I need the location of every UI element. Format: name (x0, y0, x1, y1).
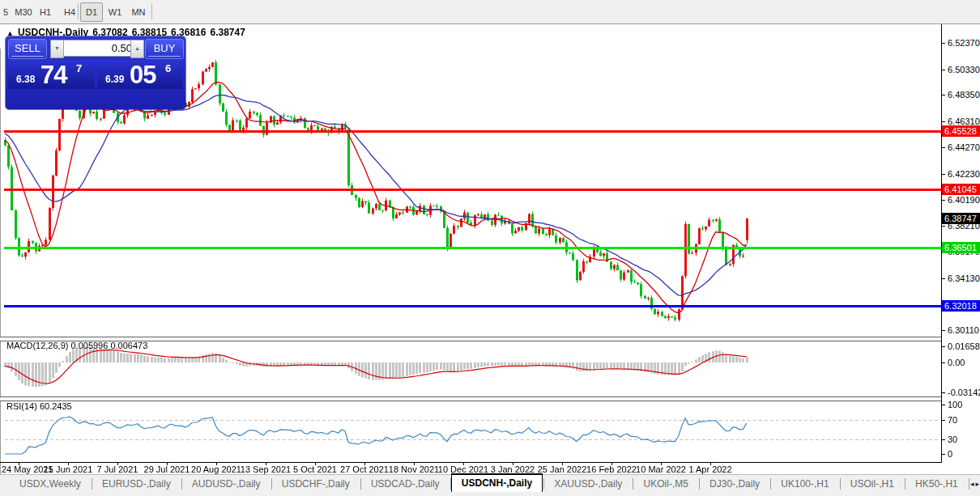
sell-button[interactable]: SELL (8, 39, 47, 59)
symbol-tab-eurusd-[interactable]: EURUSD-,Daily (92, 476, 181, 492)
pane-separator-rsi[interactable] (0, 396, 941, 401)
date-axis-label[interactable]: 13 Sep 2021 (241, 464, 291, 474)
ohlc-close: 6.38747 (210, 27, 245, 38)
date-axis-label[interactable]: 29 Jul 2021 (144, 464, 190, 474)
price-axis-label: 6.52370 (948, 38, 980, 48)
date-axis-label[interactable]: 7 Jul 2021 (97, 464, 138, 474)
buy-price-big: 05 (130, 61, 156, 90)
symbol-tab-xauusd-[interactable]: XAUUSD-,Daily (544, 476, 632, 492)
price-badge-support: 6.32018 (942, 300, 980, 312)
sell-price-small: 6.38 (16, 74, 35, 85)
price-axis-label: 6.48350 (948, 90, 980, 100)
horizontal-level-line-6.41045[interactable] (4, 189, 941, 191)
timeframe-button-w1[interactable]: W1 (104, 2, 126, 22)
macd-axis-label: -0.031421 (948, 388, 980, 397)
price-axis-tick (941, 70, 945, 70)
sell-price-big: 74 (40, 61, 66, 90)
symbol-tab-usoil-[interactable]: USOil-,H1 (841, 476, 904, 492)
price-badge-last-price: 6.38747 (942, 213, 980, 224)
timeframe-button-mn[interactable]: MN (127, 2, 150, 22)
volume-increase-button[interactable]: ▲ (130, 40, 144, 58)
rsi-axis-label: 100 (948, 400, 962, 409)
volume-input[interactable] (63, 40, 138, 57)
timeframe-toolbar: 5M30H1H4D1W1MN (0, 0, 980, 24)
mt4-window: 5M30H1H4D1W1MN ▲USDCNH-,Daily6.370826.38… (0, 0, 980, 496)
symbol-tab-usdcad-[interactable]: USDCAD-,Daily (361, 476, 450, 492)
rsi-axis-label: 0 (948, 449, 952, 459)
macd-axis-label: 0.00 (948, 358, 965, 367)
rsi-axis-tick (941, 405, 945, 405)
tab-scroll-left-icon[interactable]: ◂ (970, 477, 974, 490)
sell-price-button[interactable]: 6.38 74 7 (8, 60, 95, 89)
timeframe-button-h1[interactable]: H1 (36, 2, 55, 22)
price-axis-tick (941, 330, 945, 331)
rsi-label: RSI(14) 60.2435 (6, 401, 72, 411)
symbol-tab-ukoil-[interactable]: UKOil-,M5 (634, 476, 698, 492)
price-axis-tick (941, 174, 945, 175)
price-badge-resistance: 6.45528 (942, 125, 980, 137)
date-axis-label[interactable]: 10 Mar 2022 (636, 464, 686, 474)
chart-window: ▲USDCNH-,Daily6.370826.388156.368166.387… (0, 24, 980, 474)
symbol-tab-hk50-[interactable]: HK50-,H1 (905, 476, 968, 492)
macd-axis-tick (941, 346, 945, 347)
date-axis-label[interactable]: 20 Aug 2021 (191, 464, 241, 474)
symbol-tab-bar: USDX,WeeklyEURUSD-,DailyAUDUSD-,DailyUSD… (0, 474, 980, 492)
symbol-tab-usdcnh-[interactable]: USDCNH-,Daily (451, 473, 543, 492)
horizontal-level-line-6.36501[interactable] (4, 247, 941, 249)
price-axis-label: 6.44270 (948, 142, 980, 152)
macd-axis-tick (941, 362, 945, 363)
timeframe-button-5[interactable]: 5 (0, 2, 11, 22)
spinner-up-icon: ▲ (134, 45, 140, 51)
price-axis-tick (941, 226, 945, 227)
price-axis-tick (941, 200, 945, 201)
price-axis-tick (941, 121, 945, 122)
timeframe-button-d1[interactable]: D1 (80, 2, 103, 22)
date-axis-label[interactable]: 5 Oct 2021 (293, 464, 337, 474)
symbol-tab-dj30-[interactable]: DJ30-,Daily (700, 476, 769, 492)
symbol-tab-uk100-[interactable]: UK100-,H1 (771, 476, 838, 492)
one-click-trading-panel: SELL ▼ ▲ BUY 6.38 74 7 6.39 05 6 (6, 36, 185, 109)
tab-scroll-right-icon[interactable]: ▸ (975, 477, 979, 490)
time-axis-line (0, 462, 942, 463)
timeframe-button-m30[interactable]: M30 (11, 2, 36, 22)
buy-button-label: BUY (146, 40, 183, 57)
symbol-tab-audusd-[interactable]: AUDUSD-,Daily (182, 476, 271, 492)
date-axis-label[interactable]: 18 Nov 2021 (389, 464, 439, 474)
rsi-axis-tick (941, 439, 945, 440)
price-axis-label: 6.42230 (948, 169, 980, 179)
rsi-axis-label: 70 (948, 415, 957, 425)
rsi-axis-label: 30 (948, 435, 957, 444)
symbol-tab-usdx[interactable]: USDX,Weekly (10, 476, 91, 492)
macd-axis-tick (941, 392, 945, 393)
symbol-tab-usdchf-[interactable]: USDCHF-,Daily (272, 476, 360, 492)
window-left-border (0, 49, 1, 496)
toolbar-separator (151, 3, 152, 19)
timeframe-button-h4[interactable]: H4 (60, 2, 79, 22)
sell-price-sup: 7 (76, 62, 82, 74)
price-badge-resistance: 6.41045 (942, 184, 980, 195)
toolbar-separator (78, 3, 79, 19)
horizontal-level-line-6.32018[interactable] (4, 305, 941, 307)
price-axis-tick (941, 278, 945, 279)
volume-decrease-button[interactable]: ▼ (50, 40, 64, 58)
date-axis-label[interactable]: 16 Feb 2022 (586, 464, 637, 474)
date-axis-label[interactable]: 25 Jan 2022 (538, 464, 587, 474)
date-axis-label[interactable]: 1 Apr 2022 (688, 464, 731, 474)
rsi-axis-tick (941, 420, 945, 421)
sell-button-label: SELL (9, 40, 46, 57)
date-axis-label[interactable]: 15 Jun 2021 (44, 464, 93, 474)
macd-axis-label: 0.016586 (948, 341, 980, 351)
price-axis-tick (941, 43, 945, 44)
price-axis-tick (941, 95, 945, 95)
buy-price-button[interactable]: 6.39 05 6 (97, 60, 183, 89)
price-axis-label: 6.50330 (948, 65, 980, 74)
price-axis-label: 6.46310 (948, 117, 980, 126)
horizontal-level-line-6.45528[interactable] (4, 130, 941, 133)
date-axis-label[interactable]: 27 Oct 2021 (340, 464, 389, 474)
price-axis-label: 6.30110 (948, 325, 979, 335)
bottom-strip (0, 492, 980, 496)
price-axis-tick (941, 147, 945, 148)
buy-price-sup: 6 (165, 62, 171, 74)
buy-button[interactable]: BUY (145, 39, 184, 59)
spinner-down-icon: ▼ (54, 45, 60, 51)
